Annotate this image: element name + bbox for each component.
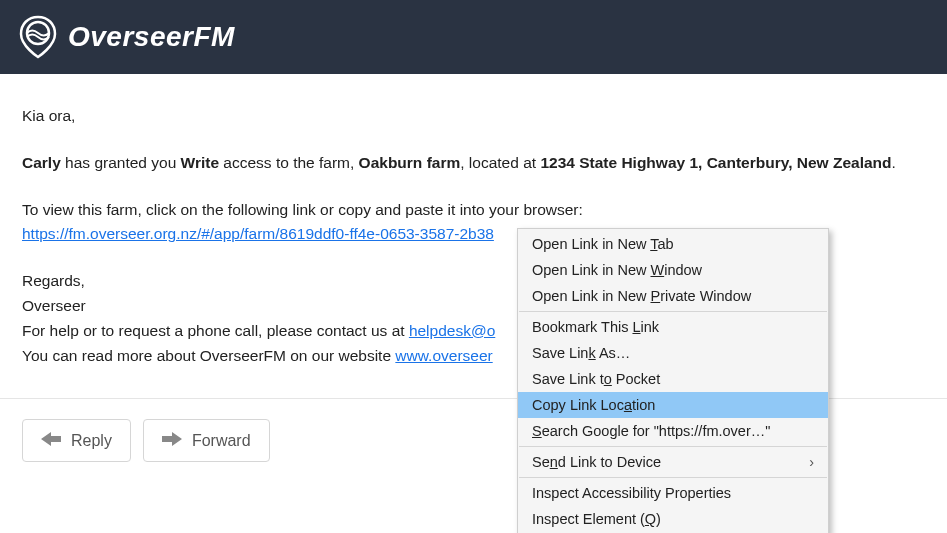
view-instruction: To view this farm, click on the followin… [22,198,925,223]
farm-address: 1234 State Highway 1, Canterbury, New Ze… [540,154,891,171]
context-menu-separator [519,311,827,312]
context-menu-item[interactable]: Open Link in New Tab [518,231,828,257]
ctx-group-4: Inspect Accessibility PropertiesInspect … [518,480,828,482]
context-menu-item[interactable]: Inspect Accessibility Properties [518,480,828,482]
context-menu-item[interactable]: Bookmark This Link [518,314,828,340]
context-menu-separator [519,446,827,447]
app-header: OverseerFM [0,0,947,74]
forward-button[interactable]: Forward [143,419,270,462]
context-menu-item[interactable]: Copy Link Location [518,392,828,418]
reply-arrow-icon [41,430,61,451]
context-menu: Open Link in New TabOpen Link in New Win… [517,228,829,482]
context-menu-item[interactable]: Save Link to Pocket [518,366,828,392]
context-menu-item[interactable]: Open Link in New Private Window [518,283,828,309]
grant-line: Carly has granted you Write access to th… [22,151,925,176]
brand-logo: OverseerFM [18,15,235,59]
context-menu-separator [519,477,827,478]
ctx-group-3: Send Link to Device› [518,449,828,475]
context-menu-item[interactable]: Save Link As… [518,340,828,366]
reply-button[interactable]: Reply [22,419,131,462]
context-menu-item[interactable]: Search Google for "https://fm.over…" [518,418,828,444]
reply-label: Reply [71,432,112,450]
farm-name: Oakburn farm [359,154,461,171]
about-website-link[interactable]: www.overseer [395,347,492,364]
map-pin-icon [18,15,58,59]
ctx-group-2: Bookmark This LinkSave Link As…Save Link… [518,314,828,444]
granter-name: Carly [22,154,61,171]
access-level: Write [181,154,219,171]
chevron-right-icon: › [809,454,814,470]
greeting: Kia ora, [22,104,925,129]
helpdesk-email-link[interactable]: helpdesk@o [409,322,495,339]
farm-link[interactable]: https://fm.overseer.org.nz/#/app/farm/86… [22,222,494,247]
context-menu-item[interactable]: Send Link to Device› [518,449,828,475]
context-menu-item[interactable]: Open Link in New Window [518,257,828,283]
brand-name: OverseerFM [68,21,235,53]
forward-arrow-icon [162,430,182,451]
ctx-group-1: Open Link in New TabOpen Link in New Win… [518,231,828,309]
forward-label: Forward [192,432,251,450]
